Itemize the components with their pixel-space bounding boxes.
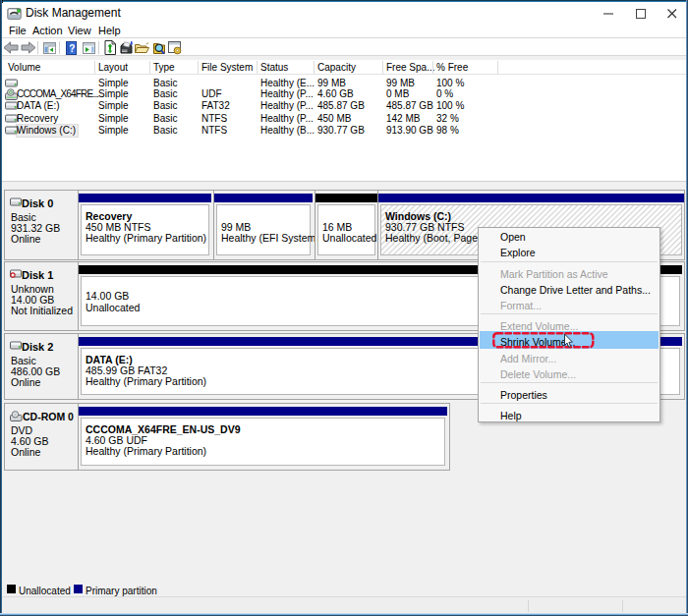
- svg-text:?: ?: [69, 43, 75, 54]
